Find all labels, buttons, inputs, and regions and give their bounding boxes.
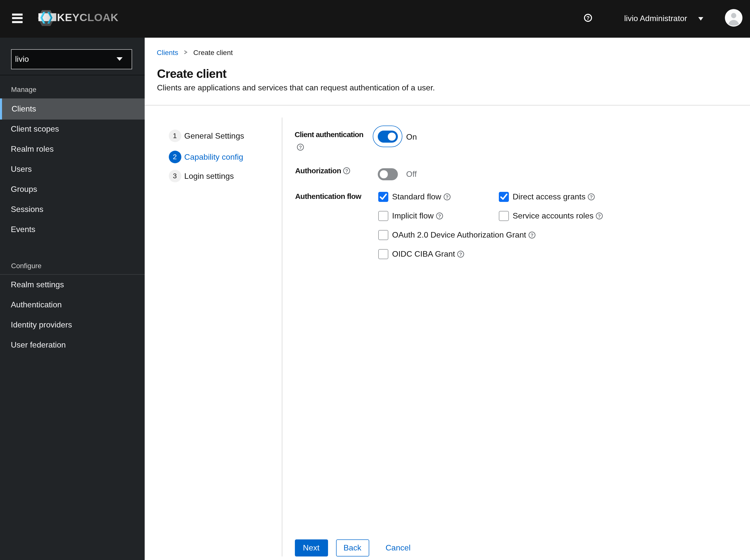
svg-text:?: ? [586, 15, 589, 21]
svg-text:?: ? [459, 252, 462, 257]
svg-text:?: ? [299, 145, 302, 150]
svg-text:?: ? [590, 194, 593, 200]
svg-text:?: ? [598, 214, 601, 219]
svg-text:?: ? [446, 194, 449, 200]
svg-text:?: ? [438, 214, 441, 219]
svg-text:?: ? [531, 233, 533, 238]
svg-text:?: ? [345, 168, 348, 174]
